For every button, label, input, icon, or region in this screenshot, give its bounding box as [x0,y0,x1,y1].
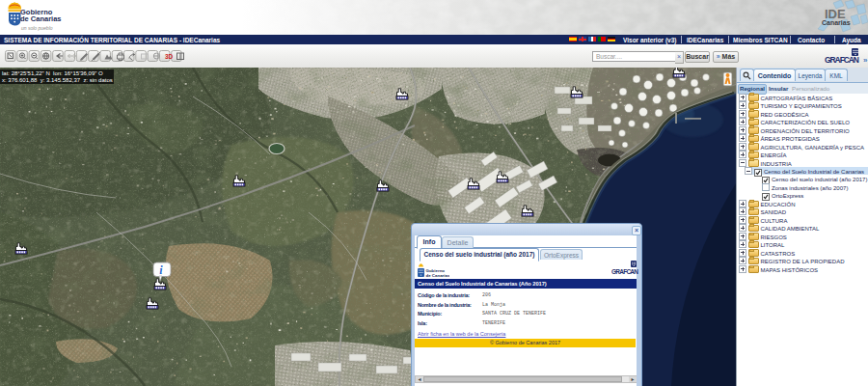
svg-text:3D: 3D [165,53,174,60]
svg-text:de Canarias: de Canarias [426,273,450,278]
svg-text:Canarias: Canarias [822,19,851,26]
svg-text:»: » [863,56,868,65]
svg-text:GRAFCAN: GRAFCAN [611,268,638,275]
svg-text:GRAFCAN: GRAFCAN [825,55,859,65]
